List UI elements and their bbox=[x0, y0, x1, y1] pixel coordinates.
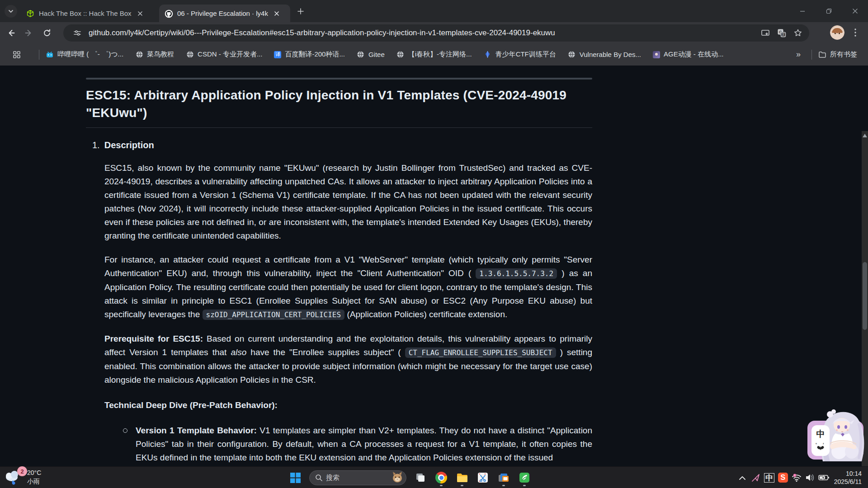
ime-language-indicator[interactable]: 中 bbox=[763, 469, 776, 487]
restore-button[interactable] bbox=[816, 0, 842, 22]
paragraph-prerequisite: Prerequisite for ESC15: Based on current… bbox=[104, 332, 592, 387]
sogou-s-logo: S bbox=[778, 473, 788, 483]
bookmark-gitee[interactable]: Gitee bbox=[357, 51, 385, 59]
back-button[interactable] bbox=[4, 26, 18, 40]
plus-icon bbox=[297, 8, 304, 15]
bookmark-label: AGE动漫 - 在线动... bbox=[664, 50, 724, 59]
bookmark-star-icon[interactable] bbox=[791, 26, 805, 40]
bookmark-qsnctf[interactable]: 青少年CTF训练平台 bbox=[484, 50, 556, 59]
search-highlight-cat-icon[interactable] bbox=[391, 471, 404, 485]
vmware-workstation-icon[interactable] bbox=[495, 469, 513, 487]
close-button[interactable] bbox=[842, 0, 868, 22]
url-text[interactable]: github.com/ly4k/Certipy/wiki/06---Privil… bbox=[89, 28, 756, 38]
github-icon bbox=[165, 9, 173, 18]
bookmark-label: 【i春秋】-专注网络... bbox=[408, 50, 472, 59]
pen-cursor-tray-icon[interactable] bbox=[749, 469, 763, 487]
wifi-icon[interactable]: ! bbox=[790, 469, 803, 487]
tab-privilege-escalation[interactable]: 06 - Privilege Escalation · ly4k bbox=[159, 5, 290, 22]
bookmark-label: 青少年CTF训练平台 bbox=[495, 50, 556, 59]
forward-button[interactable] bbox=[22, 26, 36, 40]
scrollbar-up-arrow[interactable] bbox=[863, 134, 867, 137]
new-tab-button[interactable] bbox=[295, 6, 307, 18]
bookmark-bilibili[interactable]: 哔哩哔哩 ( ゜- ゜)つ... bbox=[46, 50, 123, 59]
bookmark-label: Vulnerable By Des... bbox=[580, 51, 641, 58]
green-app-icon[interactable] bbox=[515, 469, 533, 487]
browser-menu-icon[interactable] bbox=[850, 25, 861, 40]
site-settings-icon[interactable] bbox=[71, 26, 84, 40]
heading-text: Description bbox=[104, 140, 154, 150]
bullet-list: Version 1 Template Behavior: V1 template… bbox=[86, 424, 592, 465]
battery-icon[interactable] bbox=[817, 469, 830, 487]
browser-toolbar: github.com/ly4k/Certipy/wiki/06---Privil… bbox=[0, 22, 868, 43]
reload-button[interactable] bbox=[40, 26, 54, 40]
weather-condition: 小雨 bbox=[27, 477, 41, 486]
all-bookmarks-label: 所有书签 bbox=[830, 50, 857, 59]
weather-temperature: 20°C bbox=[27, 469, 41, 477]
baidu-translate-icon: 译 bbox=[274, 51, 281, 58]
file-explorer-icon[interactable] bbox=[453, 469, 471, 487]
ime-chinese-label: 中 bbox=[764, 473, 774, 483]
taskbar-clock[interactable]: 10:14 2025/6/11 bbox=[834, 469, 862, 486]
tab-title: Hack The Box :: Hack The Box bbox=[39, 9, 132, 17]
divider bbox=[811, 50, 812, 60]
globe-icon bbox=[357, 51, 365, 59]
snipping-tool-icon[interactable] bbox=[474, 469, 492, 487]
ime-skin-panel[interactable]: 中 。， bbox=[805, 404, 866, 463]
globe-icon bbox=[396, 51, 405, 59]
translate-icon[interactable]: G文 bbox=[775, 26, 788, 40]
system-tray: 中 S ! 10:14 2025/6/11 bbox=[736, 467, 868, 488]
volume-icon[interactable] bbox=[803, 469, 817, 487]
scrollbar-thumb[interactable] bbox=[863, 262, 867, 330]
start-button[interactable] bbox=[286, 469, 304, 487]
tray-expand-chevron[interactable] bbox=[736, 469, 749, 487]
bookmark-label: 哔哩哔哩 ( ゜- ゜)つ... bbox=[57, 50, 123, 59]
install-app-icon[interactable] bbox=[759, 26, 772, 40]
bookmark-runoob[interactable]: 菜鸟教程 bbox=[135, 50, 174, 59]
taskbar-center: 搜索 bbox=[285, 467, 535, 488]
tab-strip: Hack The Box :: Hack The Box 06 - Privil… bbox=[0, 0, 868, 22]
bookmark-csdn[interactable]: CSDN - 专业开发者... bbox=[186, 50, 262, 59]
bilibili-icon bbox=[46, 51, 54, 59]
tab-hackthebox[interactable]: Hack The Box :: Hack The Box bbox=[21, 5, 157, 22]
bookmark-vulnhub[interactable]: Vulnerable By Des... bbox=[568, 51, 641, 59]
bookmark-label: 百度翻译-200种语... bbox=[285, 50, 345, 59]
tab-search-button[interactable] bbox=[5, 5, 17, 18]
hackthebox-icon bbox=[26, 9, 34, 18]
title-underline bbox=[86, 127, 592, 128]
bookmark-label: CSDN - 专业开发者... bbox=[198, 50, 262, 59]
list-item: Version 1 Template Behavior: V1 template… bbox=[136, 424, 592, 465]
bookmark-label: Gitee bbox=[368, 51, 385, 58]
list-number: 1. bbox=[92, 140, 100, 150]
task-view-button[interactable] bbox=[411, 469, 429, 487]
age-anime-icon bbox=[653, 51, 660, 58]
search-icon bbox=[315, 474, 322, 481]
address-bar[interactable]: github.com/ly4k/Certipy/wiki/06---Privil… bbox=[63, 24, 809, 42]
taskbar-search[interactable]: 搜索 bbox=[309, 470, 406, 485]
notification-badge: 2 bbox=[17, 466, 27, 476]
ime-status-pill[interactable]: 中 。， bbox=[811, 425, 830, 456]
globe-icon bbox=[186, 51, 194, 59]
wiki-article: ESC15: Arbitrary Application Policy Inje… bbox=[86, 66, 592, 465]
bookmark-baidu-translate[interactable]: 译 百度翻译-200种语... bbox=[274, 50, 345, 59]
sogou-input-icon[interactable]: S bbox=[776, 469, 790, 487]
bookmark-label: 菜鸟教程 bbox=[147, 50, 174, 59]
clock-date: 2025/6/11 bbox=[834, 478, 862, 486]
minimize-button[interactable] bbox=[789, 0, 816, 22]
profile-avatar[interactable] bbox=[830, 25, 844, 40]
bookmarks-overflow-chevron[interactable]: » bbox=[796, 50, 801, 59]
window-controls bbox=[789, 0, 868, 22]
ime-mode-chinese: 中 bbox=[816, 430, 825, 439]
all-bookmarks-button[interactable]: 所有书签 bbox=[818, 50, 857, 59]
section-heading: 1.Description bbox=[92, 139, 592, 151]
tab-close-icon[interactable] bbox=[273, 9, 281, 18]
chrome-taskbar-icon[interactable] bbox=[432, 469, 450, 487]
bookmark-ichunqiu[interactable]: 【i春秋】-专注网络... bbox=[396, 50, 472, 59]
browser-window: Hack The Box :: Hack The Box 06 - Privil… bbox=[0, 0, 868, 488]
tab-title: 06 - Privilege Escalation · ly4k bbox=[177, 9, 268, 17]
tab-close-icon[interactable] bbox=[136, 9, 144, 18]
apps-grid-icon[interactable] bbox=[13, 51, 21, 59]
chevron-down-icon bbox=[8, 8, 14, 14]
bookmark-age-anime[interactable]: AGE动漫 - 在线动... bbox=[653, 50, 724, 59]
weather-widget[interactable]: 2 20°C 小雨 bbox=[4, 468, 41, 486]
bookmarks-bar: 哔哩哔哩 ( ゜- ゜)つ... 菜鸟教程 CSDN - 专业开发者... 译 … bbox=[0, 43, 868, 66]
